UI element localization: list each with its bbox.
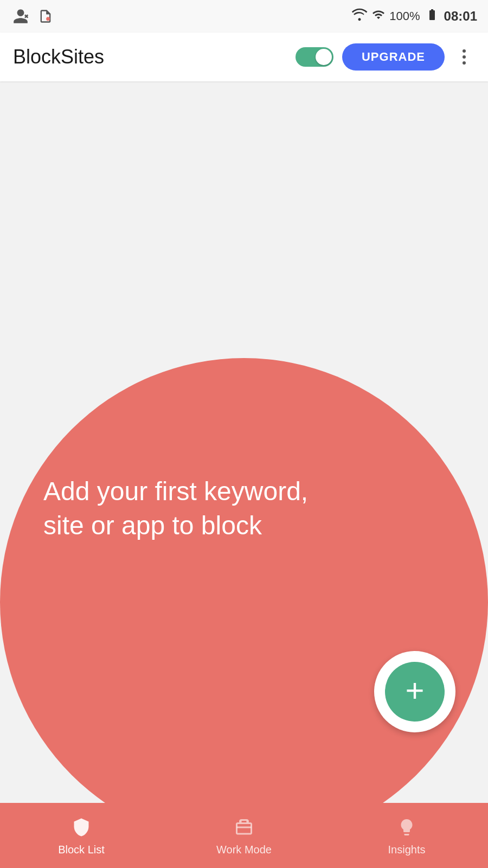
upgrade-button[interactable]: UPGRADE xyxy=(342,43,445,71)
wifi-icon xyxy=(351,8,368,24)
app-title: BlockSites xyxy=(13,46,104,68)
status-bar-left xyxy=(11,7,55,26)
header-actions: UPGRADE xyxy=(296,43,475,71)
add-fab-button[interactable]: + xyxy=(374,651,455,732)
document-icon xyxy=(36,7,55,26)
nav-item-block-list[interactable]: Block List xyxy=(0,815,163,856)
fab-inner: + xyxy=(385,662,445,722)
svg-point-2 xyxy=(46,17,50,21)
hero-text: Add your first keyword, site or app to b… xyxy=(43,475,347,542)
signal-icon xyxy=(372,8,385,24)
block-toggle[interactable] xyxy=(296,47,333,67)
more-options-button[interactable] xyxy=(453,46,475,68)
lightbulb-icon xyxy=(395,815,419,839)
svg-rect-3 xyxy=(237,826,252,828)
app-header: BlockSites UPGRADE xyxy=(0,33,488,81)
nav-item-insights[interactable]: Insights xyxy=(325,815,488,856)
nav-item-work-mode[interactable]: Work Mode xyxy=(163,815,325,856)
shield-icon xyxy=(69,815,93,839)
nav-label-work-mode: Work Mode xyxy=(216,844,272,856)
briefcase-icon xyxy=(232,815,256,839)
toggle-knob xyxy=(316,49,332,65)
main-content: Add your first keyword, site or app to b… xyxy=(0,81,488,803)
battery-icon xyxy=(425,8,440,24)
battery-indicator: 100% xyxy=(389,9,420,23)
nav-label-insights: Insights xyxy=(388,844,426,856)
plus-icon: + xyxy=(405,674,424,707)
bottom-nav: Block List Work Mode Insights xyxy=(0,803,488,868)
dot-2 xyxy=(463,55,466,59)
status-bar: 100% 08:01 xyxy=(0,0,488,33)
clock: 08:01 xyxy=(444,9,477,24)
dot-1 xyxy=(463,49,466,53)
hero-circle xyxy=(0,358,488,803)
nav-label-block-list: Block List xyxy=(58,844,105,856)
notification-icon xyxy=(11,7,30,26)
dot-3 xyxy=(463,61,466,65)
status-bar-right: 100% 08:01 xyxy=(351,8,477,24)
